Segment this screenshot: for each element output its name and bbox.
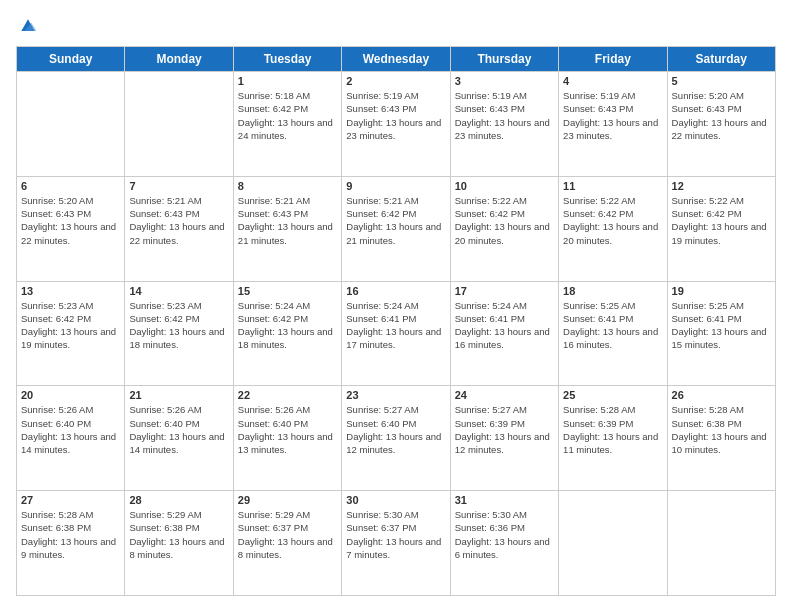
calendar-cell: 19Sunrise: 5:25 AM Sunset: 6:41 PM Dayli… — [667, 281, 775, 386]
day-number: 10 — [455, 180, 554, 192]
calendar-cell: 6Sunrise: 5:20 AM Sunset: 6:43 PM Daylig… — [17, 176, 125, 281]
calendar-cell: 11Sunrise: 5:22 AM Sunset: 6:42 PM Dayli… — [559, 176, 667, 281]
calendar-week-row: 6Sunrise: 5:20 AM Sunset: 6:43 PM Daylig… — [17, 176, 776, 281]
day-info: Sunrise: 5:22 AM Sunset: 6:42 PM Dayligh… — [455, 194, 554, 247]
day-number: 23 — [346, 389, 445, 401]
calendar-cell: 14Sunrise: 5:23 AM Sunset: 6:42 PM Dayli… — [125, 281, 233, 386]
calendar-cell — [125, 72, 233, 177]
header-sunday: Sunday — [17, 47, 125, 72]
calendar: Sunday Monday Tuesday Wednesday Thursday… — [16, 46, 776, 596]
calendar-cell: 23Sunrise: 5:27 AM Sunset: 6:40 PM Dayli… — [342, 386, 450, 491]
page: Sunday Monday Tuesday Wednesday Thursday… — [0, 0, 792, 612]
header-monday: Monday — [125, 47, 233, 72]
day-number: 27 — [21, 494, 120, 506]
calendar-week-row: 20Sunrise: 5:26 AM Sunset: 6:40 PM Dayli… — [17, 386, 776, 491]
day-info: Sunrise: 5:22 AM Sunset: 6:42 PM Dayligh… — [563, 194, 662, 247]
day-number: 4 — [563, 75, 662, 87]
day-info: Sunrise: 5:26 AM Sunset: 6:40 PM Dayligh… — [238, 403, 337, 456]
calendar-cell: 27Sunrise: 5:28 AM Sunset: 6:38 PM Dayli… — [17, 491, 125, 596]
calendar-cell: 17Sunrise: 5:24 AM Sunset: 6:41 PM Dayli… — [450, 281, 558, 386]
day-info: Sunrise: 5:28 AM Sunset: 6:39 PM Dayligh… — [563, 403, 662, 456]
header-wednesday: Wednesday — [342, 47, 450, 72]
day-number: 3 — [455, 75, 554, 87]
calendar-cell: 12Sunrise: 5:22 AM Sunset: 6:42 PM Dayli… — [667, 176, 775, 281]
day-number: 28 — [129, 494, 228, 506]
calendar-cell: 13Sunrise: 5:23 AM Sunset: 6:42 PM Dayli… — [17, 281, 125, 386]
calendar-cell: 2Sunrise: 5:19 AM Sunset: 6:43 PM Daylig… — [342, 72, 450, 177]
day-info: Sunrise: 5:24 AM Sunset: 6:41 PM Dayligh… — [346, 299, 445, 352]
day-number: 11 — [563, 180, 662, 192]
day-number: 16 — [346, 285, 445, 297]
calendar-cell: 8Sunrise: 5:21 AM Sunset: 6:43 PM Daylig… — [233, 176, 341, 281]
day-info: Sunrise: 5:24 AM Sunset: 6:41 PM Dayligh… — [455, 299, 554, 352]
day-info: Sunrise: 5:21 AM Sunset: 6:43 PM Dayligh… — [238, 194, 337, 247]
day-info: Sunrise: 5:24 AM Sunset: 6:42 PM Dayligh… — [238, 299, 337, 352]
header — [16, 16, 776, 36]
day-number: 31 — [455, 494, 554, 506]
day-info: Sunrise: 5:20 AM Sunset: 6:43 PM Dayligh… — [21, 194, 120, 247]
calendar-cell: 25Sunrise: 5:28 AM Sunset: 6:39 PM Dayli… — [559, 386, 667, 491]
day-info: Sunrise: 5:19 AM Sunset: 6:43 PM Dayligh… — [346, 89, 445, 142]
day-number: 13 — [21, 285, 120, 297]
day-number: 15 — [238, 285, 337, 297]
day-info: Sunrise: 5:28 AM Sunset: 6:38 PM Dayligh… — [672, 403, 771, 456]
day-number: 8 — [238, 180, 337, 192]
calendar-cell: 5Sunrise: 5:20 AM Sunset: 6:43 PM Daylig… — [667, 72, 775, 177]
day-number: 26 — [672, 389, 771, 401]
calendar-cell: 18Sunrise: 5:25 AM Sunset: 6:41 PM Dayli… — [559, 281, 667, 386]
day-number: 21 — [129, 389, 228, 401]
day-number: 17 — [455, 285, 554, 297]
day-info: Sunrise: 5:20 AM Sunset: 6:43 PM Dayligh… — [672, 89, 771, 142]
calendar-cell: 1Sunrise: 5:18 AM Sunset: 6:42 PM Daylig… — [233, 72, 341, 177]
day-info: Sunrise: 5:30 AM Sunset: 6:36 PM Dayligh… — [455, 508, 554, 561]
day-info: Sunrise: 5:27 AM Sunset: 6:40 PM Dayligh… — [346, 403, 445, 456]
calendar-cell: 10Sunrise: 5:22 AM Sunset: 6:42 PM Dayli… — [450, 176, 558, 281]
day-number: 25 — [563, 389, 662, 401]
day-info: Sunrise: 5:21 AM Sunset: 6:42 PM Dayligh… — [346, 194, 445, 247]
calendar-cell: 21Sunrise: 5:26 AM Sunset: 6:40 PM Dayli… — [125, 386, 233, 491]
day-info: Sunrise: 5:19 AM Sunset: 6:43 PM Dayligh… — [455, 89, 554, 142]
calendar-week-row: 1Sunrise: 5:18 AM Sunset: 6:42 PM Daylig… — [17, 72, 776, 177]
day-number: 18 — [563, 285, 662, 297]
calendar-cell: 16Sunrise: 5:24 AM Sunset: 6:41 PM Dayli… — [342, 281, 450, 386]
day-info: Sunrise: 5:28 AM Sunset: 6:38 PM Dayligh… — [21, 508, 120, 561]
calendar-header-row: Sunday Monday Tuesday Wednesday Thursday… — [17, 47, 776, 72]
day-number: 24 — [455, 389, 554, 401]
day-info: Sunrise: 5:25 AM Sunset: 6:41 PM Dayligh… — [672, 299, 771, 352]
day-number: 1 — [238, 75, 337, 87]
day-number: 20 — [21, 389, 120, 401]
logo-icon — [18, 16, 38, 36]
calendar-week-row: 13Sunrise: 5:23 AM Sunset: 6:42 PM Dayli… — [17, 281, 776, 386]
day-number: 14 — [129, 285, 228, 297]
calendar-cell: 15Sunrise: 5:24 AM Sunset: 6:42 PM Dayli… — [233, 281, 341, 386]
day-number: 29 — [238, 494, 337, 506]
day-info: Sunrise: 5:18 AM Sunset: 6:42 PM Dayligh… — [238, 89, 337, 142]
day-info: Sunrise: 5:29 AM Sunset: 6:37 PM Dayligh… — [238, 508, 337, 561]
day-number: 12 — [672, 180, 771, 192]
day-number: 19 — [672, 285, 771, 297]
day-info: Sunrise: 5:26 AM Sunset: 6:40 PM Dayligh… — [129, 403, 228, 456]
day-info: Sunrise: 5:30 AM Sunset: 6:37 PM Dayligh… — [346, 508, 445, 561]
day-info: Sunrise: 5:22 AM Sunset: 6:42 PM Dayligh… — [672, 194, 771, 247]
day-number: 6 — [21, 180, 120, 192]
calendar-cell — [559, 491, 667, 596]
calendar-cell: 7Sunrise: 5:21 AM Sunset: 6:43 PM Daylig… — [125, 176, 233, 281]
calendar-cell — [17, 72, 125, 177]
day-number: 7 — [129, 180, 228, 192]
day-number: 22 — [238, 389, 337, 401]
header-friday: Friday — [559, 47, 667, 72]
header-thursday: Thursday — [450, 47, 558, 72]
day-info: Sunrise: 5:26 AM Sunset: 6:40 PM Dayligh… — [21, 403, 120, 456]
calendar-cell: 9Sunrise: 5:21 AM Sunset: 6:42 PM Daylig… — [342, 176, 450, 281]
day-info: Sunrise: 5:19 AM Sunset: 6:43 PM Dayligh… — [563, 89, 662, 142]
day-number: 5 — [672, 75, 771, 87]
calendar-cell: 26Sunrise: 5:28 AM Sunset: 6:38 PM Dayli… — [667, 386, 775, 491]
calendar-cell: 4Sunrise: 5:19 AM Sunset: 6:43 PM Daylig… — [559, 72, 667, 177]
logo — [16, 16, 38, 36]
day-number: 9 — [346, 180, 445, 192]
calendar-cell: 22Sunrise: 5:26 AM Sunset: 6:40 PM Dayli… — [233, 386, 341, 491]
day-info: Sunrise: 5:23 AM Sunset: 6:42 PM Dayligh… — [129, 299, 228, 352]
day-info: Sunrise: 5:25 AM Sunset: 6:41 PM Dayligh… — [563, 299, 662, 352]
header-saturday: Saturday — [667, 47, 775, 72]
calendar-cell — [667, 491, 775, 596]
